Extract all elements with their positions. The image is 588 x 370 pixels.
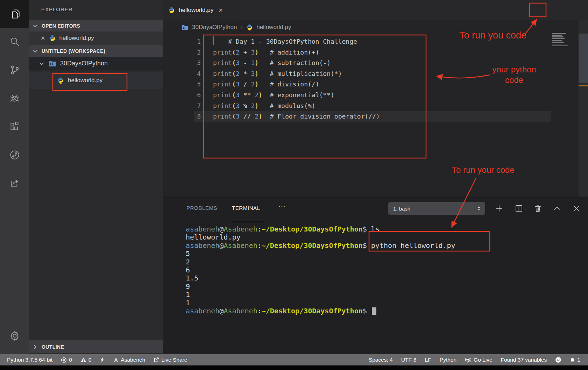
status-item-label: Spaces: 4	[369, 357, 393, 363]
share-icon[interactable]	[0, 175, 29, 191]
minimap-line	[552, 38, 565, 39]
line-number: 8	[163, 111, 201, 122]
chevron-right-icon	[33, 344, 38, 350]
code-line-8[interactable]: 8print(3 // 2) # Floor division operator…	[163, 111, 588, 122]
terminal-output-line: 1	[186, 291, 455, 299]
code-text: print(2 * 3) # multiplication(*)	[213, 69, 342, 79]
close-icon[interactable]: ✕	[41, 35, 45, 42]
status-item[interactable]	[555, 357, 561, 363]
line-number: 1	[163, 36, 201, 47]
terminal-prompt-line: asabeneh@Asabeneh:~/Desktop/30DaysOfPyth…	[186, 225, 455, 233]
status-item-lf[interactable]: LF	[425, 357, 431, 363]
status-item-0[interactable]: 0	[80, 357, 92, 363]
minimap[interactable]	[552, 33, 569, 47]
open-editor-item[interactable]: ✕ helloworld.py	[29, 31, 163, 45]
folder-item[interactable]: 30DaysOfPython	[29, 57, 163, 70]
outline-header[interactable]: OUTLINE	[29, 340, 163, 353]
smiley-icon	[555, 357, 561, 363]
tab-bar: helloworld.py ✕ ⋯	[163, 0, 588, 20]
debug-icon[interactable]	[0, 90, 29, 107]
status-item-utf-8[interactable]: UTF-8	[401, 357, 417, 363]
bell-icon	[570, 357, 575, 363]
tab-problems[interactable]: PROBLEMS	[186, 205, 217, 211]
annotation-run-bottom: To run your code	[452, 165, 515, 175]
minimap-line	[552, 33, 566, 34]
sidebar-title: EXPLORER	[41, 6, 73, 12]
code-line-2[interactable]: 2print(2 + 3) # addition(+)	[163, 47, 588, 58]
close-panel-icon[interactable]	[570, 202, 583, 215]
terminal-output-line: 9	[186, 283, 455, 291]
line-number: 2	[163, 47, 201, 58]
status-item-label: Python 3.7.5 64-bit	[7, 357, 52, 363]
warning-icon	[80, 357, 86, 363]
scrollbar-slider[interactable]	[579, 34, 588, 83]
maximize-panel-icon[interactable]	[551, 202, 563, 215]
code-text: print(3 ** 2) # exponential(**)	[213, 90, 334, 101]
code-line-6[interactable]: 6print(3 ** 2) # exponential(**)	[163, 90, 588, 101]
files-icon[interactable]	[0, 6, 29, 22]
status-item[interactable]	[100, 357, 105, 363]
code-text: print(3 - 1) # subtraction(-)	[213, 58, 331, 69]
search-icon[interactable]	[0, 34, 29, 50]
lightning-icon	[100, 357, 105, 363]
status-item-label: LF	[425, 357, 431, 363]
tab-terminal[interactable]: TERMINAL	[232, 205, 260, 211]
status-item-asabeneh[interactable]: Asabeneh	[113, 357, 145, 363]
open-editors-header[interactable]: OPEN EDITORS	[29, 20, 163, 31]
extensions-icon[interactable]	[0, 118, 29, 135]
code-text: print(2 + 3) # addition(+)	[213, 47, 319, 58]
settings-gear-icon[interactable]	[0, 327, 29, 344]
minimap-line	[552, 44, 562, 45]
panel-more-icon[interactable]: ⋯	[278, 202, 286, 211]
minimap-line	[552, 45, 568, 47]
tab-close-icon[interactable]: ✕	[218, 7, 223, 14]
line-number: 3	[163, 58, 201, 69]
python-file-icon	[168, 7, 175, 14]
status-bar: Python 3.7.5 64-bit00AsabenehLive Share …	[0, 354, 588, 365]
kill-terminal-icon[interactable]	[531, 202, 544, 215]
golive-icon	[465, 357, 472, 363]
minimap-line	[552, 42, 564, 43]
bottom-strip	[0, 365, 588, 370]
line-number: 4	[163, 69, 201, 79]
source-control-icon[interactable]	[0, 62, 29, 78]
status-item-go-live[interactable]: Go Live	[465, 357, 492, 363]
python-file-icon	[57, 77, 64, 84]
live-session-icon[interactable]	[0, 147, 29, 163]
tab-helloworld[interactable]: helloworld.py ✕	[163, 0, 241, 20]
liveshare-icon	[154, 357, 159, 363]
folder-icon	[49, 60, 57, 67]
code-text: print(3 // 2) # Floor division operator(…	[213, 111, 380, 122]
status-item-python-3-7-5-64-bit[interactable]: Python 3.7.5 64-bit	[7, 357, 52, 363]
status-item-spaces-4[interactable]: Spaces: 4	[369, 357, 393, 363]
split-terminal-icon[interactable]	[512, 202, 525, 215]
select-arrows-icon	[476, 206, 482, 211]
code-editor[interactable]: 1 # Day 1 - 30DaysOfPython Challenge2pri…	[163, 34, 588, 197]
status-item-1[interactable]: 1	[570, 357, 580, 363]
breadcrumb-folder[interactable]: 30DaysOfPython	[192, 24, 237, 31]
status-item-label: Found 37 variables	[501, 357, 547, 363]
editor-scrollbar[interactable]	[579, 20, 588, 197]
terminal-output[interactable]: asabeneh@Asabeneh:~/Desktop/30DaysOfPyth…	[186, 225, 455, 315]
breadcrumb-file[interactable]: helloworld.py	[256, 24, 291, 31]
code-line-7[interactable]: 7print(3 % 2) # modulus(%)	[163, 101, 588, 112]
code-text: print(3 % 2) # modulus(%)	[213, 101, 316, 112]
activity-bar	[0, 0, 29, 354]
workspace-header[interactable]: UNTITLED (WORKSPACE)	[29, 45, 163, 57]
error-icon	[61, 357, 67, 363]
status-item-label: 0	[88, 357, 92, 363]
status-item-live-share[interactable]: Live Share	[154, 357, 187, 363]
status-item-found-37-variables[interactable]: Found 37 variables	[501, 357, 547, 363]
status-item-0[interactable]: 0	[61, 357, 72, 363]
status-item-label: Python	[440, 357, 456, 363]
terminal-prompt-line: asabeneh@Asabeneh:~/Desktop/30DaysOfPyth…	[186, 307, 455, 315]
shell-select[interactable]: 1: bash	[388, 202, 485, 215]
python-file-icon	[49, 35, 56, 42]
code-text: # Day 1 - 30DaysOfPython Challenge	[213, 36, 357, 47]
selected-file-item[interactable]: helloworld.py	[29, 72, 163, 89]
chevron-down-icon	[33, 23, 38, 29]
code-text: print(3 / 2) # division(/)	[213, 79, 319, 90]
status-item-python[interactable]: Python	[440, 357, 456, 363]
new-terminal-icon[interactable]	[493, 202, 505, 215]
line-number: 5	[163, 79, 201, 90]
